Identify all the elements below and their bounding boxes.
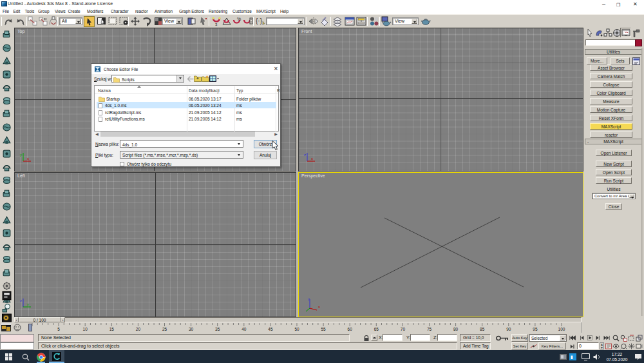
svg-text:20: 20 xyxy=(136,327,141,331)
svg-text:40: 40 xyxy=(242,327,247,331)
svg-text:x: x xyxy=(318,305,320,309)
svg-text:y: y xyxy=(20,153,22,157)
svg-text:x: x xyxy=(27,157,29,161)
svg-text:y: y xyxy=(27,302,29,306)
svg-text:55: 55 xyxy=(321,327,326,331)
svg-text:85: 85 xyxy=(480,327,485,331)
svg-text:35: 35 xyxy=(215,327,220,331)
svg-text:z: z xyxy=(308,297,310,301)
svg-text:50: 50 xyxy=(294,327,299,331)
svg-text:90: 90 xyxy=(506,327,511,331)
svg-text:15: 15 xyxy=(109,327,115,331)
svg-text:z: z xyxy=(20,299,22,302)
svg-text:100: 100 xyxy=(558,327,565,331)
svg-text:10: 10 xyxy=(83,327,88,331)
svg-text:45: 45 xyxy=(268,327,273,331)
svg-text:z: z xyxy=(304,153,306,157)
svg-text:95: 95 xyxy=(533,327,538,331)
svg-text:80: 80 xyxy=(453,327,459,331)
svg-text:75: 75 xyxy=(427,327,432,331)
svg-text:3: 3 xyxy=(215,23,218,26)
svg-text:65: 65 xyxy=(374,327,379,331)
svg-text:x: x xyxy=(311,157,313,161)
svg-text:%: % xyxy=(237,17,241,21)
svg-text:25: 25 xyxy=(162,327,167,331)
svg-text:60: 60 xyxy=(348,327,353,331)
svg-text:70: 70 xyxy=(401,327,406,331)
svg-text:30: 30 xyxy=(189,327,194,331)
svg-text:{·}: {·} xyxy=(256,17,263,25)
svg-text:5: 5 xyxy=(57,327,60,331)
